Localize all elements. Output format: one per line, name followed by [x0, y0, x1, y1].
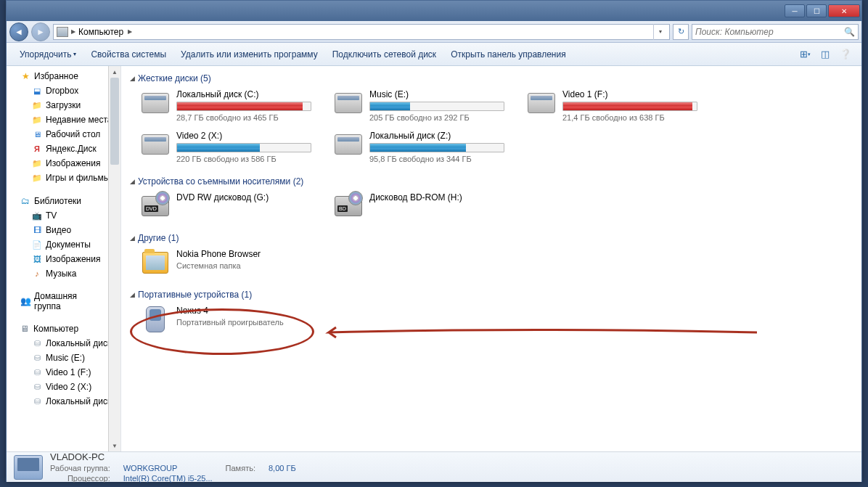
optical-drive-item[interactable]: DVD DVD RW дисковод (G:) — [140, 192, 311, 220]
sidebar-item-lib-images[interactable]: 🖼Изображения — [7, 252, 109, 266]
help-button[interactable]: ❔ — [835, 46, 856, 62]
favorites-header[interactable]: ★Избранное — [7, 69, 109, 83]
close-button[interactable]: ✕ — [828, 4, 860, 17]
sidebar-item-desktop[interactable]: 🖥Рабочий стол — [7, 127, 109, 142]
yandex-icon: Я — [31, 143, 43, 155]
optical-drive-item[interactable]: BD Дисковод BD-ROM (H:) — [333, 192, 504, 220]
usage-bar — [369, 143, 504, 152]
scroll-thumb[interactable] — [110, 78, 119, 165]
hdd-icon: ⛁ — [31, 396, 43, 407]
scroll-up-icon[interactable]: ▲ — [109, 66, 120, 78]
system-properties-button[interactable]: Свойства системы — [83, 46, 173, 62]
drive-freespace: 205 ГБ свободно из 292 ГБ — [369, 113, 504, 122]
sidebar-scrollbar[interactable]: ▲ ▼ — [108, 66, 120, 451]
homegroup-header[interactable]: 👥Домашняя группа — [7, 290, 109, 313]
sidebar-item-recent[interactable]: 📁Недавние места — [7, 112, 109, 127]
hdd-icon: ⛁ — [31, 381, 43, 393]
refresh-button[interactable]: ↻ — [673, 24, 689, 40]
hdd-icon: ⛁ — [31, 352, 43, 364]
cpu-value: Intel(R) Core(TM) i5-25... — [123, 474, 213, 483]
sidebar-item-yandex[interactable]: ЯЯндекс.Диск — [7, 142, 109, 156]
optical-drive-icon: DVD — [140, 192, 171, 220]
sidebar-item-drive-c[interactable]: ⛁Локальный диск — [7, 336, 109, 351]
computer-header[interactable]: 🖥Компьютер — [7, 322, 109, 336]
map-network-drive-button[interactable]: Подключить сетевой диск — [325, 46, 443, 62]
chevron-down-icon: ◢ — [130, 178, 135, 185]
address-box[interactable]: ▶ Компьютер ▶ ▾ — [53, 24, 670, 40]
breadcrumb-sep-icon: ▶ — [71, 28, 75, 35]
sidebar-item-dropbox[interactable]: ⬓Dropbox — [7, 83, 109, 98]
libraries-header[interactable]: 🗂Библиотеки — [7, 194, 109, 208]
search-box[interactable]: 🔍 — [692, 24, 859, 40]
sidebar-item-games[interactable]: 📁Игры и фильмы — [7, 171, 109, 185]
computer-icon — [14, 455, 43, 480]
hdd-icon: ⛁ — [31, 367, 43, 378]
device-icon — [140, 306, 171, 333]
maximize-button[interactable]: ☐ — [806, 4, 827, 17]
toolbar: Упорядочить ▾ Свойства системы Удалить и… — [7, 43, 861, 66]
system-folder-item[interactable]: Nokia Phone BrowserСистемная папка — [140, 249, 311, 277]
drive-name: Локальный диск (C:) — [176, 89, 311, 99]
sidebar-item-video[interactable]: 🎞Видео — [7, 223, 109, 237]
usage-bar — [176, 102, 311, 111]
hdd-icon: ⛁ — [31, 337, 43, 349]
device-sub: Портативный проигрыватель — [176, 318, 311, 327]
sidebar-item-drive-e[interactable]: ⛁Music (E:) — [7, 351, 109, 365]
item-sub: Системная папка — [176, 261, 311, 270]
hdd-icon — [333, 89, 364, 117]
chevron-down-icon: ◢ — [130, 75, 135, 82]
organize-button[interactable]: Упорядочить ▾ — [12, 46, 83, 62]
folder-icon: 📁 — [31, 172, 43, 184]
breadcrumb-computer[interactable]: Компьютер — [78, 27, 123, 37]
drive-freespace: 220 ГБ свободно из 586 ГБ — [176, 155, 311, 163]
workgroup-value: WORKGROUP — [123, 464, 213, 472]
drive-item[interactable]: Локальный диск (Z:) 95,8 ГБ свободно из … — [333, 131, 504, 163]
homegroup-icon: 👥 — [20, 295, 31, 307]
folder-icon — [140, 249, 171, 277]
drive-name: Локальный диск (Z:) — [369, 131, 504, 141]
hdd-icon — [140, 89, 171, 117]
dropbox-icon: ⬓ — [31, 85, 43, 97]
desktop-icon: 🖥 — [31, 128, 43, 140]
portable-device-item[interactable]: Nexus 4Портативный проигрыватель — [140, 306, 311, 333]
scroll-down-icon[interactable]: ▼ — [109, 440, 120, 451]
sidebar-item-drive-z[interactable]: ⛁Локальный диск — [7, 394, 109, 409]
control-panel-button[interactable]: Открыть панель управления — [443, 46, 573, 62]
drive-item[interactable]: Локальный диск (C:) 28,7 ГБ свободно из … — [140, 89, 311, 122]
navigation-pane: ★Избранное ⬓Dropbox 📁Загрузки 📁Недавние … — [7, 66, 121, 451]
folder-icon: 📁 — [31, 114, 43, 126]
sidebar-item-tv[interactable]: 📺TV — [7, 208, 109, 223]
back-button[interactable]: ◄ — [9, 22, 28, 41]
address-dropdown[interactable]: ▾ — [653, 24, 666, 40]
hdd-icon — [140, 131, 171, 158]
sidebar-item-drive-f[interactable]: ⛁Video 1 (F:) — [7, 365, 109, 380]
drive-freespace: 21,4 ГБ свободно из 638 ГБ — [562, 113, 697, 122]
portable-category-header[interactable]: ◢Портативные устройства (1) — [130, 288, 853, 301]
sidebar-item-drive-x[interactable]: ⛁Video 2 (X:) — [7, 380, 109, 394]
status-bar: VLADOK-PC Рабочая группа: WORKGROUP Памя… — [7, 451, 861, 482]
sidebar-item-images[interactable]: 📁Изображения — [7, 156, 109, 171]
preview-pane-button[interactable]: ◫ — [815, 46, 835, 62]
drive-item[interactable]: Music (E:) 205 ГБ свободно из 292 ГБ — [333, 89, 504, 122]
other-category-header[interactable]: ◢Другие (1) — [130, 232, 853, 245]
drive-item[interactable]: Video 2 (X:) 220 ГБ свободно из 586 ГБ — [140, 131, 311, 163]
sidebar-item-documents[interactable]: 📄Документы — [7, 237, 109, 252]
sidebar-item-downloads[interactable]: 📁Загрузки — [7, 98, 109, 112]
breadcrumb-sep-icon: ▶ — [128, 28, 132, 35]
view-options-button[interactable]: ⊞ ▾ — [795, 46, 815, 62]
uninstall-button[interactable]: Удалить или изменить программу — [173, 46, 325, 62]
titlebar[interactable]: ─ ☐ ✕ — [7, 1, 861, 21]
usage-bar — [369, 102, 504, 111]
hdd-category-header[interactable]: ◢Жесткие диски (5) — [130, 72, 853, 85]
search-input[interactable] — [695, 27, 844, 37]
drive-name: DVD RW дисковод (G:) — [176, 192, 311, 202]
removable-category-header[interactable]: ◢Устройства со съемными носителями (2) — [130, 175, 853, 188]
address-bar: ◄ ► ▶ Компьютер ▶ ▾ ↻ 🔍 — [7, 21, 861, 43]
drive-item[interactable]: Video 1 (F:) 21,4 ГБ свободно из 638 ГБ — [526, 89, 697, 122]
search-icon[interactable]: 🔍 — [844, 27, 855, 37]
minimize-button[interactable]: ─ — [785, 4, 805, 17]
sidebar-item-music[interactable]: ♪Музыка — [7, 266, 109, 281]
drive-freespace: 95,8 ГБ свободно из 344 ГБ — [369, 155, 504, 163]
forward-button[interactable]: ► — [31, 22, 50, 41]
documents-icon: 📄 — [31, 239, 43, 250]
